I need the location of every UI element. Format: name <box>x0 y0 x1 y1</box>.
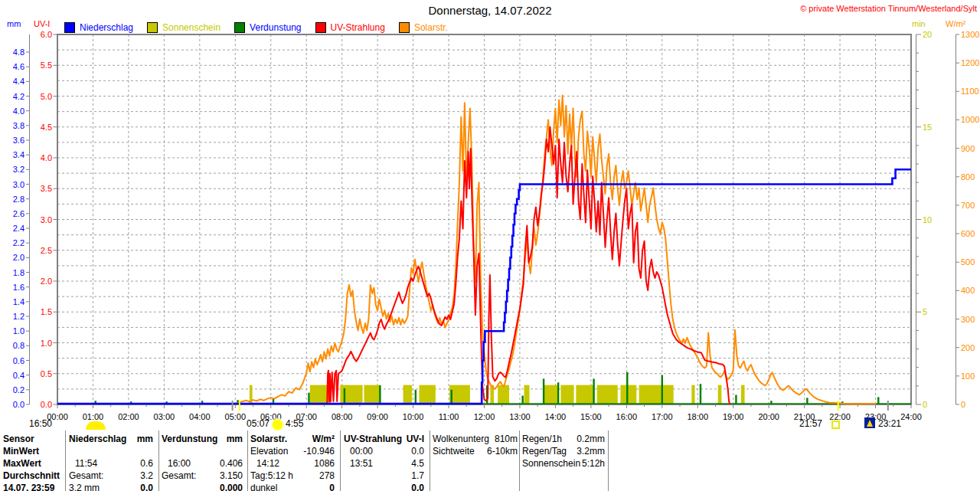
table-cell: Sichtweite6-10km <box>433 446 518 457</box>
svg-text:2.4: 2.4 <box>13 224 24 233</box>
svg-text:4.0: 4.0 <box>41 153 52 162</box>
svg-text:1.5: 1.5 <box>41 307 52 316</box>
svg-text:10:00: 10:00 <box>403 412 424 421</box>
table-cell: Gesamt:3.2 <box>69 470 153 481</box>
svg-text:0: 0 <box>923 400 927 409</box>
svg-text:04:00: 04:00 <box>189 412 211 421</box>
svg-text:18:00: 18:00 <box>687 412 708 421</box>
table-cell: 1.7 <box>344 470 424 481</box>
svg-text:1300: 1300 <box>961 30 979 39</box>
svg-text:4.8: 4.8 <box>13 47 24 57</box>
svg-text:0.0: 0.0 <box>13 400 24 409</box>
svg-text:0: 0 <box>961 400 965 409</box>
svg-text:17:00: 17:00 <box>652 412 673 421</box>
svg-text:800: 800 <box>961 172 975 182</box>
moonrise-time: 16:50 <box>29 418 52 429</box>
table-row-label: Sensor <box>3 434 64 444</box>
svg-text:6.0: 6.0 <box>41 30 52 39</box>
svg-text:0.6: 0.6 <box>13 356 24 365</box>
svg-text:900: 900 <box>961 144 975 153</box>
svg-text:1.2: 1.2 <box>13 312 24 321</box>
uv-axis: 0.00.51.01.52.02.53.03.54.04.55.05.56.0 <box>41 30 57 409</box>
table-row-label: 14.07. 23:59 <box>3 483 64 491</box>
svg-text:2.2: 2.2 <box>13 238 24 247</box>
stats-table: SensorMinWertMaxWertDurchschnitt14.07. 2… <box>0 434 980 491</box>
moon-icon <box>86 421 106 430</box>
svg-text:5.5: 5.5 <box>41 61 52 70</box>
svg-text:2.5: 2.5 <box>41 246 52 255</box>
table-cell: 0.0 <box>344 483 424 491</box>
table-cell: 0.000 <box>162 483 243 491</box>
table-cell: 00:000.0 <box>344 446 424 457</box>
table-cell: Niederschlagmm <box>69 434 153 444</box>
svg-text:4.0: 4.0 <box>13 106 24 116</box>
svg-text:14:00: 14:00 <box>545 412 567 421</box>
svg-text:3.0: 3.0 <box>41 215 52 224</box>
svg-text:0.5: 0.5 <box>41 369 52 378</box>
svg-text:20:00: 20:00 <box>758 412 779 421</box>
svg-text:3.2: 3.2 <box>13 165 24 174</box>
svg-text:09:00: 09:00 <box>367 412 388 421</box>
moonset-icon <box>864 417 875 428</box>
svg-text:3.4: 3.4 <box>13 150 24 159</box>
svg-text:03:00: 03:00 <box>154 412 175 421</box>
svg-text:1.0: 1.0 <box>41 339 52 348</box>
svg-text:4.5: 4.5 <box>41 123 52 132</box>
sunset-time: 21:57 <box>799 418 822 429</box>
svg-text:1100: 1100 <box>961 87 979 96</box>
svg-text:1.4: 1.4 <box>13 297 24 306</box>
extra-time: 4:55 <box>286 418 303 429</box>
table-cell: Wolkenunterg810m <box>433 434 518 444</box>
table-cell: Solarstr.W/m² <box>250 434 335 444</box>
svg-text:4.4: 4.4 <box>13 77 24 86</box>
series-sonnenschein <box>250 385 745 404</box>
svg-text:5.0: 5.0 <box>41 92 52 101</box>
svg-text:15:00: 15:00 <box>580 412 602 421</box>
svg-text:1200: 1200 <box>961 58 979 67</box>
sun-icon <box>272 419 283 430</box>
table-cell: Sonnenschein5:12h <box>522 458 605 469</box>
table-cell: Tag:5:12 h278 <box>250 470 335 481</box>
svg-text:700: 700 <box>961 201 975 210</box>
svg-text:01:00: 01:00 <box>83 412 104 421</box>
svg-text:1.8: 1.8 <box>13 268 24 277</box>
svg-text:1000: 1000 <box>961 115 979 124</box>
table-divider <box>65 430 66 491</box>
moon-arrow-icon <box>867 420 873 427</box>
svg-text:11:00: 11:00 <box>439 412 459 421</box>
svg-text:10: 10 <box>923 215 932 224</box>
svg-text:3.5: 3.5 <box>41 184 52 193</box>
table-divider <box>340 430 341 491</box>
svg-text:15: 15 <box>923 123 932 132</box>
weather-station-page: Donnerstag, 14.07.2022 © private Wetters… <box>0 0 980 491</box>
min-axis: 05101520 <box>916 30 933 409</box>
table-divider <box>519 430 520 491</box>
svg-text:4.6: 4.6 <box>13 62 24 71</box>
svg-text:19:00: 19:00 <box>723 412 744 421</box>
svg-text:2.8: 2.8 <box>13 195 24 204</box>
svg-text:16:00: 16:00 <box>616 412 638 421</box>
table-cell: 13:514.5 <box>344 458 424 469</box>
svg-text:3.0: 3.0 <box>13 180 24 189</box>
svg-text:1.6: 1.6 <box>13 283 24 292</box>
table-divider <box>247 430 248 491</box>
svg-text:500: 500 <box>961 257 975 267</box>
table-row-label: MinWert <box>3 446 64 457</box>
weather-chart: 0.00.20.40.60.81.01.21.41.61.82.02.22.42… <box>0 0 980 491</box>
table-cell: Elevation-10.946 <box>250 446 335 457</box>
table-divider <box>158 430 159 491</box>
svg-text:1.0: 1.0 <box>13 326 24 336</box>
mm-axis: 0.00.20.40.60.81.01.21.41.61.82.02.22.42… <box>13 34 30 409</box>
svg-text:300: 300 <box>961 315 975 324</box>
wm2-axis: 0100200300400500600700800900100011001200… <box>956 30 980 409</box>
moonset-time: 23:21 <box>878 418 901 429</box>
table-cell: Regen/1h0.2mm <box>522 434 605 444</box>
table-cell: 16:000.406 <box>162 458 243 469</box>
sunset-square-icon <box>831 421 840 429</box>
svg-text:400: 400 <box>961 286 975 295</box>
svg-text:5: 5 <box>923 307 927 316</box>
table-cell: 14:121086 <box>250 458 335 469</box>
svg-text:0.2: 0.2 <box>13 385 24 394</box>
svg-text:100: 100 <box>961 372 975 381</box>
svg-text:13:00: 13:00 <box>509 412 531 421</box>
